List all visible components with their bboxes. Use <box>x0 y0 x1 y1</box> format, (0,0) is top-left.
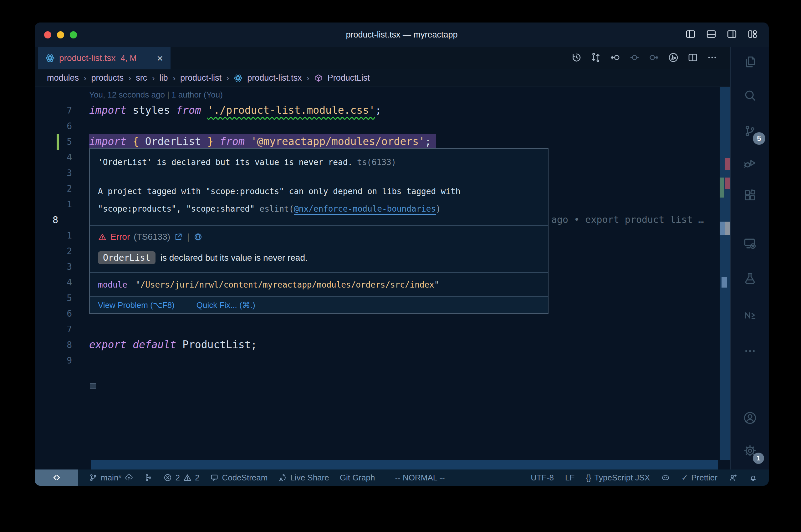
prettier-label: Prettier <box>691 473 717 482</box>
breadcrumb-symbol[interactable]: ProductList <box>328 73 370 83</box>
nx-console-icon[interactable] <box>731 308 769 322</box>
git-graph-status[interactable]: Git Graph <box>340 473 375 482</box>
code-line-content[interactable]: export default ProductList; <box>89 337 257 353</box>
line-number[interactable]: 6 <box>35 121 89 131</box>
git-graph-label: Git Graph <box>340 473 375 482</box>
line-number[interactable]: 3 <box>35 168 89 178</box>
eol-label: LF <box>565 473 575 482</box>
breadcrumb-separator: › <box>173 73 176 83</box>
split-editor-icon[interactable] <box>687 52 698 64</box>
copilot-status[interactable] <box>661 473 670 482</box>
breadcrumb-item[interactable]: product-list <box>180 73 221 83</box>
line-number[interactable]: 4 <box>35 152 89 163</box>
source-control-icon[interactable]: 5 <box>731 124 769 138</box>
line-number[interactable]: 2 <box>35 246 89 256</box>
run-icon[interactable] <box>668 52 679 64</box>
account-icon[interactable] <box>731 411 769 425</box>
line-number[interactable]: 5 <box>35 137 89 147</box>
toggle-primary-sidebar-icon[interactable] <box>685 28 696 41</box>
view-problem-action[interactable]: View Problem (⌥F8) <box>98 300 175 310</box>
line-number[interactable]: 7 <box>35 324 89 335</box>
notifications-status[interactable] <box>749 473 758 482</box>
breadcrumb-item[interactable]: products <box>91 73 124 83</box>
line-number[interactable]: 9 <box>35 355 89 366</box>
feedback-status[interactable] <box>729 473 738 482</box>
window-title: product-list.tsx — myreactapp <box>35 22 769 47</box>
search-icon[interactable] <box>731 89 769 102</box>
globe-icon[interactable] <box>194 232 202 241</box>
code-line-content[interactable]: import styles from './product-list.modul… <box>89 102 381 118</box>
vim-mode-status[interactable]: -- NORMAL -- <box>395 473 444 482</box>
breadcrumb-file[interactable]: product-list.tsx <box>247 73 302 83</box>
tab-product-list[interactable]: product-list.tsx 4, M × <box>38 47 170 70</box>
pipeline-status[interactable] <box>144 473 153 482</box>
line-number[interactable]: 8 <box>35 214 89 225</box>
react-icon <box>45 54 55 63</box>
breadcrumb: modules › products › src › lib › product… <box>35 70 730 87</box>
tab-bar: product-list.tsx 4, M × <box>35 47 730 70</box>
problems-status[interactable]: 2 2 <box>163 473 199 482</box>
line-number[interactable]: 4 <box>35 277 89 288</box>
quick-fix-action[interactable]: Quick Fix... (⌘.) <box>197 300 255 310</box>
code-token: from <box>176 104 201 116</box>
popup-actions: View Problem (⌥F8) Quick Fix... (⌘.) <box>90 296 548 313</box>
line-number[interactable]: 1 <box>35 230 89 241</box>
eslint-source-prefix: eslint( <box>260 204 294 213</box>
toggle-secondary-sidebar-icon[interactable] <box>726 28 738 41</box>
breadcrumb-item[interactable]: lib <box>160 73 168 83</box>
next-change-icon[interactable] <box>648 52 659 64</box>
settings-icon[interactable]: 1 <box>731 444 769 458</box>
prettier-status[interactable]: ✓ Prettier <box>681 473 717 482</box>
live-share-status[interactable]: Live Share <box>278 473 329 482</box>
eol-status[interactable]: LF <box>565 473 575 482</box>
encoding-status[interactable]: UTF-8 <box>531 473 554 482</box>
run-debug-icon[interactable] <box>731 156 769 170</box>
code-token <box>245 135 251 148</box>
settings-badge: 1 <box>753 453 764 464</box>
change-icon[interactable] <box>629 52 640 64</box>
line-number[interactable]: 6 <box>35 308 89 319</box>
extensions-icon[interactable] <box>731 189 769 202</box>
diagnostic-message: 'OrderList' is declared but its value is… <box>98 157 353 167</box>
more-views-icon[interactable] <box>731 344 769 358</box>
line-number[interactable]: 7 <box>35 105 89 116</box>
scrollbar-slider[interactable] <box>720 222 725 235</box>
remote-explorer-icon[interactable] <box>731 236 769 250</box>
branch-status[interactable]: main* <box>89 473 133 482</box>
code-editor[interactable]: You, 12 seconds ago | 1 author (You)7imp… <box>35 87 730 460</box>
toggle-panel-icon[interactable] <box>706 28 717 41</box>
warning-count: 2 <box>195 473 199 482</box>
line-number[interactable]: 2 <box>35 184 89 194</box>
customize-layout-icon[interactable] <box>747 28 758 41</box>
breadcrumb-item[interactable]: src <box>136 73 147 83</box>
scrollbar-slider-segment[interactable] <box>722 277 727 288</box>
compare-changes-icon[interactable] <box>590 52 601 64</box>
remote-indicator[interactable] <box>35 470 78 486</box>
close-tab-icon[interactable]: × <box>157 53 163 63</box>
language-label: TypeScript JSX <box>595 473 650 482</box>
horizontal-scrollbar[interactable] <box>91 460 718 470</box>
testing-icon[interactable] <box>731 272 769 285</box>
previous-change-icon[interactable] <box>609 52 621 64</box>
language-status[interactable]: {} TypeScript JSX <box>586 473 650 482</box>
quote: " <box>434 280 439 289</box>
code-row: 8export default ProductList; <box>35 337 730 353</box>
module-path: /Users/juri/nrwl/content/myreactapp/modu… <box>141 280 434 289</box>
vertical-scrollbar[interactable] <box>720 87 730 460</box>
diagnostic-code: ts(6133) <box>357 157 396 167</box>
line-number[interactable]: 3 <box>35 262 89 272</box>
popup-resize-grip[interactable] <box>90 383 96 389</box>
codestream-status[interactable]: CodeStream <box>210 473 268 482</box>
popup-eslint-rule: A project tagged with "scope:products" c… <box>90 176 469 225</box>
line-number[interactable]: 5 <box>35 293 89 303</box>
editor-actions <box>571 47 718 70</box>
line-number[interactable]: 8 <box>35 340 89 350</box>
explorer-icon[interactable] <box>731 55 769 69</box>
breadcrumb-item[interactable]: modules <box>47 73 79 83</box>
line-number[interactable]: 1 <box>35 199 89 209</box>
more-actions-icon[interactable] <box>707 52 718 64</box>
timeline-icon[interactable] <box>571 52 582 64</box>
code-line-content[interactable]: import { OrderList } from '@myreactapp/m… <box>89 134 436 149</box>
external-link-icon[interactable] <box>174 232 183 241</box>
eslint-rule-link[interactable]: @nx/enforce-module-boundaries <box>294 204 436 213</box>
